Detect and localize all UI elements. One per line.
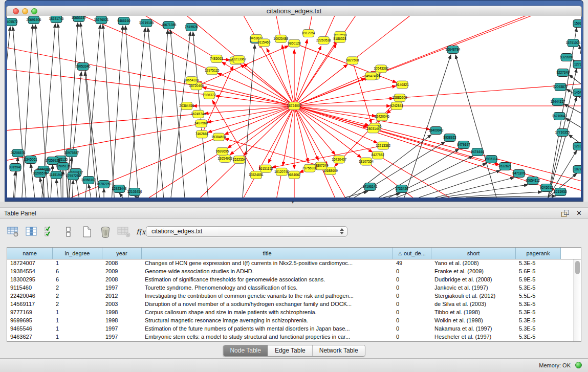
graph-node[interactable]: 16958107	[81, 177, 96, 184]
graph-node[interactable]: 30975887	[64, 149, 79, 157]
graph-node[interactable]: 12975115	[205, 67, 220, 75]
graph-node[interactable]: 12103454	[127, 188, 142, 196]
scrollbar-thumb[interactable]	[575, 261, 580, 274]
graph-node[interactable]: 7632621	[498, 163, 512, 170]
close-panel-icon[interactable]: ✕	[576, 209, 582, 217]
select-rows-icon[interactable]	[43, 225, 57, 238]
graph-node[interactable]: 9827508	[346, 57, 359, 64]
graph-node[interactable]: 15384594	[211, 133, 226, 141]
graph-node[interactable]: 10543392	[374, 65, 388, 73]
column-header[interactable]: pagerank	[516, 248, 561, 259]
column-header[interactable]: year	[102, 248, 142, 259]
graph-node[interactable]: 26206576	[11, 149, 26, 157]
graph-node[interactable]: 20691406	[27, 16, 41, 24]
graph-node[interactable]: 16210643	[552, 113, 567, 120]
graph-node[interactable]: 6497568	[194, 120, 208, 127]
graph-node[interactable]: 7515526	[185, 24, 198, 31]
graph-node[interactable]: 16782753	[97, 181, 112, 188]
graph-node[interactable]: 22260538	[316, 37, 331, 45]
graph-node[interactable]: 10719185	[139, 19, 154, 27]
graph-node[interactable]: 14196141	[363, 183, 378, 191]
graph-node[interactable]: 1733426	[395, 185, 408, 193]
graph-node[interactable]: 15720407	[332, 156, 346, 163]
graph-node[interactable]: 13654923	[217, 155, 232, 162]
graph-node[interactable]: 12213967	[231, 56, 246, 63]
graph-node[interactable]: 17710355	[555, 129, 570, 137]
table-row[interactable]: 911546021997Tourette syndrome. Phenomeno…	[7, 284, 573, 292]
network-canvas[interactable]: 2405572206914061853174610653237152760219…	[7, 16, 581, 198]
table-row[interactable]: 1938455462009Genome-wide association stu…	[7, 268, 573, 276]
graph-node[interactable]: 1345061	[24, 156, 37, 164]
graph-node[interactable]: 10653237	[72, 16, 86, 22]
column-header[interactable]: title	[142, 248, 393, 259]
graph-node[interactable]: 8454749	[364, 72, 378, 80]
panel-splitter[interactable]: ▾	[0, 202, 588, 207]
graph-node[interactable]: 7485063	[210, 55, 223, 62]
column-header[interactable]: name	[7, 248, 53, 259]
graph-node[interactable]: 8215955	[554, 188, 567, 196]
graph-node[interactable]: 16671355	[162, 21, 177, 29]
graph-node[interactable]: 8471876	[512, 170, 526, 178]
graph-node[interactable]: 79756928	[302, 164, 317, 172]
graph-node[interactable]: 9242848	[390, 102, 404, 110]
graph-node[interactable]: 8912954	[302, 30, 315, 37]
graph-node[interactable]: 10120746	[274, 168, 289, 176]
graph-node[interactable]: 15751074	[566, 39, 581, 47]
graph-node[interactable]: 9146821	[396, 81, 409, 89]
graph-hub-node[interactable]: 18724007	[287, 102, 302, 110]
graph-node[interactable]: 18107554	[359, 158, 374, 165]
graph-node[interactable]: 22420046	[375, 113, 389, 121]
table-row[interactable]: 2242004622012Investigating the contribut…	[7, 292, 573, 300]
graph-node[interactable]: 29053346	[76, 63, 91, 71]
float-panel-icon[interactable]	[561, 210, 569, 217]
graph-node[interactable]: 12103	[573, 143, 581, 150]
table-row[interactable]: 969969511998Structural magnetic resonanc…	[7, 317, 573, 325]
table-mode-icon[interactable]	[6, 225, 20, 238]
graph-node[interactable]: 9699695	[216, 147, 229, 155]
graph-node[interactable]: 11451943	[49, 171, 64, 179]
graph-node[interactable]: 2522554	[233, 156, 246, 164]
tab-node-table[interactable]: Node Table	[223, 345, 268, 356]
column-header[interactable]: in_degree	[53, 248, 102, 259]
graph-node[interactable]: 9474444	[471, 148, 484, 156]
graph-node[interactable]: 9684067	[288, 171, 301, 179]
graph-node[interactable]: 9245012	[540, 184, 553, 192]
graph-node[interactable]: 2803144	[367, 125, 380, 133]
graph-node[interactable]: 15885209	[393, 94, 407, 102]
graph-node[interactable]: 18531746	[49, 16, 64, 23]
table-row[interactable]: 1830029562008Estimation of significance …	[7, 276, 573, 284]
graph-node[interactable]: 7462666	[195, 130, 209, 138]
graph-node[interactable]: 12734	[573, 61, 581, 69]
graph-node[interactable]: 8186328	[333, 35, 346, 42]
graph-node[interactable]: 9227349	[556, 69, 570, 77]
graph-node[interactable]: 15938	[573, 20, 581, 28]
tab-network-table[interactable]: Network Table	[312, 345, 365, 356]
tab-edge-table[interactable]: Edge Table	[268, 345, 312, 356]
window-titlebar[interactable]: citations_edges.txt	[6, 6, 582, 17]
graph-node[interactable]: 12923448	[112, 185, 127, 193]
graph-node[interactable]: 8938923	[443, 134, 456, 142]
table-row[interactable]: 977716911998Corpus callosum shape and si…	[7, 309, 573, 317]
table-row[interactable]: 1456911722003Disruption of a novel membe…	[7, 300, 573, 309]
graph-node[interactable]: 20364456	[179, 102, 194, 110]
graph-node[interactable]: 15276021	[94, 16, 109, 24]
graph-node[interactable]: 12213382	[376, 142, 390, 149]
graph-node[interactable]: 12444157	[551, 98, 565, 106]
graph-node[interactable]: 13524851	[249, 171, 264, 179]
table-row[interactable]: 946362711997Embryonic stem cells: a mode…	[7, 333, 573, 341]
graph-node[interactable]: 9466160	[117, 17, 130, 25]
graph-node[interactable]: 16648784	[446, 46, 461, 54]
graph-node[interactable]: 2405572	[7, 18, 18, 26]
graph-node[interactable]: 12505135	[56, 163, 71, 170]
table-row[interactable]: 1872400712008Changes of HCN gene express…	[7, 259, 573, 268]
delete-icon[interactable]	[98, 225, 113, 238]
graph-node[interactable]: 10775	[573, 166, 581, 173]
graph-node[interactable]: 17957253	[66, 172, 81, 180]
graph-node[interactable]: 2935114	[485, 156, 498, 163]
graph-node[interactable]: 9329966	[560, 54, 573, 61]
graph-node[interactable]: 16245744	[191, 110, 206, 118]
graph-node[interactable]: 9115460	[257, 39, 270, 47]
column-header[interactable]: △out_de...	[393, 248, 431, 259]
graph-node[interactable]: 14543	[573, 89, 581, 97]
graph-node[interactable]: 6479197	[457, 141, 470, 149]
